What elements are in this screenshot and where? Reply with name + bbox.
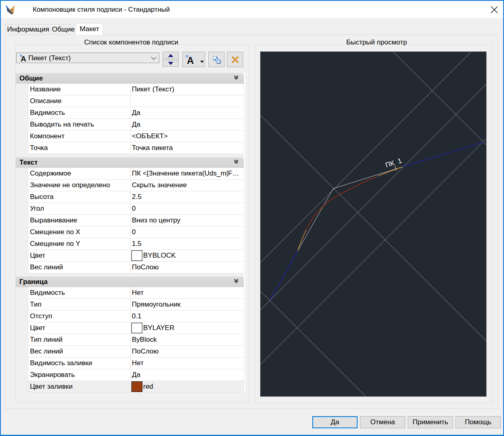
svg-text:A: A: [187, 55, 194, 66]
